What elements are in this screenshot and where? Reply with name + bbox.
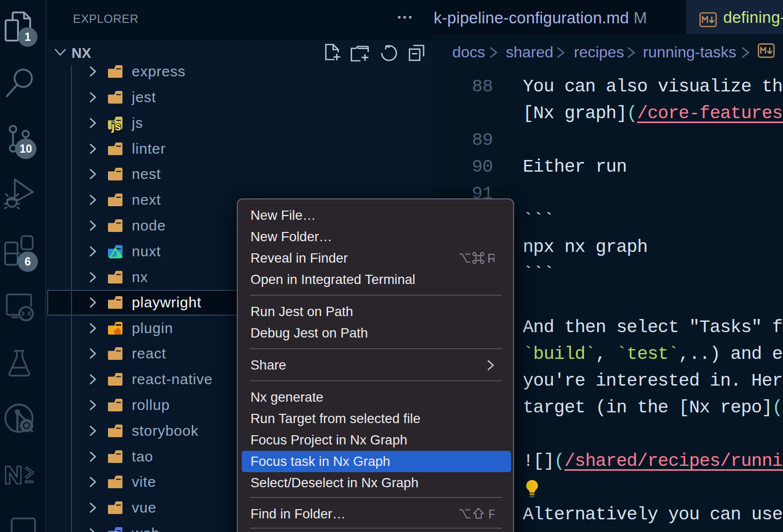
svg-text:js: js (111, 120, 121, 133)
svg-text:F: F (488, 508, 495, 520)
svg-text:R: R (487, 252, 495, 265)
